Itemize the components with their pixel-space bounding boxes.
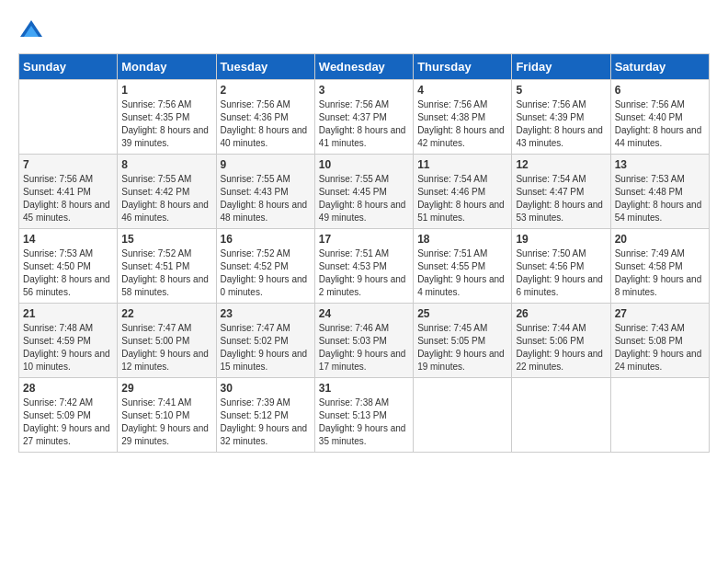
day-number: 6 [615,84,705,97]
day-number: 14 [23,233,113,246]
day-info: Sunrise: 7:55 AMSunset: 4:42 PMDaylight:… [121,173,211,224]
day-number: 23 [221,307,311,320]
calendar-header: SundayMondayTuesdayWednesdayThursdayFrid… [19,54,710,80]
day-cell: 27Sunrise: 7:43 AMSunset: 5:08 PMDayligh… [610,304,709,378]
day-number: 18 [417,233,507,246]
day-info: Sunrise: 7:53 AMSunset: 4:50 PMDaylight:… [23,247,113,299]
day-cell: 8Sunrise: 7:55 AMSunset: 4:42 PMDaylight… [118,155,216,229]
day-cell: 11Sunrise: 7:54 AMSunset: 4:46 PMDayligh… [414,155,512,229]
day-info: Sunrise: 7:56 AMSunset: 4:37 PMDaylight:… [319,98,409,150]
header-day-friday: Friday [512,54,610,80]
day-cell: 19Sunrise: 7:50 AMSunset: 4:56 PMDayligh… [512,229,610,304]
day-cell: 29Sunrise: 7:41 AMSunset: 5:10 PMDayligh… [118,378,216,453]
day-info: Sunrise: 7:38 AMSunset: 5:13 PMDaylight:… [319,396,409,448]
day-number: 28 [23,382,113,395]
calendar-table: SundayMondayTuesdayWednesdayThursdayFrid… [18,53,710,453]
day-info: Sunrise: 7:52 AMSunset: 4:52 PMDaylight:… [221,247,311,299]
day-cell: 16Sunrise: 7:52 AMSunset: 4:52 PMDayligh… [216,229,314,304]
day-cell: 18Sunrise: 7:51 AMSunset: 4:55 PMDayligh… [414,229,512,304]
day-number: 7 [23,158,113,171]
day-number: 22 [121,307,211,320]
day-info: Sunrise: 7:43 AMSunset: 5:08 PMDaylight:… [615,322,705,373]
day-info: Sunrise: 7:47 AMSunset: 5:02 PMDaylight:… [221,322,311,373]
day-cell: 22Sunrise: 7:47 AMSunset: 5:00 PMDayligh… [118,304,216,378]
day-number: 12 [516,158,606,171]
day-cell: 10Sunrise: 7:55 AMSunset: 4:45 PMDayligh… [314,155,413,229]
day-cell: 23Sunrise: 7:47 AMSunset: 5:02 PMDayligh… [216,304,314,378]
day-info: Sunrise: 7:47 AMSunset: 5:00 PMDaylight:… [121,322,211,373]
day-info: Sunrise: 7:52 AMSunset: 4:51 PMDaylight:… [121,247,211,299]
day-number: 9 [221,158,311,171]
day-cell: 4Sunrise: 7:56 AMSunset: 4:38 PMDaylight… [414,80,512,155]
day-info: Sunrise: 7:46 AMSunset: 5:03 PMDaylight:… [319,322,409,373]
day-info: Sunrise: 7:56 AMSunset: 4:38 PMDaylight:… [417,98,507,150]
day-number: 5 [516,84,606,97]
day-info: Sunrise: 7:54 AMSunset: 4:46 PMDaylight:… [417,173,507,224]
header-day-thursday: Thursday [414,54,512,80]
day-number: 21 [23,307,113,320]
header-day-tuesday: Tuesday [216,54,314,80]
logo-icon [18,18,44,44]
day-info: Sunrise: 7:51 AMSunset: 4:53 PMDaylight:… [319,247,409,299]
day-info: Sunrise: 7:44 AMSunset: 5:06 PMDaylight:… [516,322,606,373]
day-number: 8 [121,158,211,171]
day-cell [414,378,512,453]
day-cell [610,378,709,453]
day-cell: 24Sunrise: 7:46 AMSunset: 5:03 PMDayligh… [314,304,413,378]
day-info: Sunrise: 7:50 AMSunset: 4:56 PMDaylight:… [516,247,606,299]
day-info: Sunrise: 7:56 AMSunset: 4:40 PMDaylight:… [615,98,705,150]
day-number: 17 [319,233,409,246]
day-info: Sunrise: 7:56 AMSunset: 4:36 PMDaylight:… [221,98,311,150]
day-cell: 30Sunrise: 7:39 AMSunset: 5:12 PMDayligh… [216,378,314,453]
day-cell: 9Sunrise: 7:55 AMSunset: 4:43 PMDaylight… [216,155,314,229]
day-cell: 15Sunrise: 7:52 AMSunset: 4:51 PMDayligh… [118,229,216,304]
day-cell: 1Sunrise: 7:56 AMSunset: 4:35 PMDaylight… [118,80,216,155]
header-day-saturday: Saturday [610,54,709,80]
day-cell: 5Sunrise: 7:56 AMSunset: 4:39 PMDaylight… [512,80,610,155]
week-row-1: 1Sunrise: 7:56 AMSunset: 4:35 PMDaylight… [19,80,710,155]
day-number: 10 [319,158,409,171]
day-number: 3 [319,84,409,97]
day-number: 11 [417,158,507,171]
day-info: Sunrise: 7:56 AMSunset: 4:39 PMDaylight:… [516,98,606,150]
day-info: Sunrise: 7:48 AMSunset: 4:59 PMDaylight:… [23,322,113,373]
day-number: 20 [615,233,705,246]
day-number: 2 [221,84,311,97]
week-row-5: 28Sunrise: 7:42 AMSunset: 5:09 PMDayligh… [19,378,710,453]
day-cell: 20Sunrise: 7:49 AMSunset: 4:58 PMDayligh… [610,229,709,304]
header-day-sunday: Sunday [19,54,118,80]
day-info: Sunrise: 7:56 AMSunset: 4:35 PMDaylight:… [121,98,211,150]
day-info: Sunrise: 7:39 AMSunset: 5:12 PMDaylight:… [221,396,311,448]
week-row-2: 7Sunrise: 7:56 AMSunset: 4:41 PMDaylight… [19,155,710,229]
day-number: 27 [615,307,705,320]
day-info: Sunrise: 7:55 AMSunset: 4:43 PMDaylight:… [221,173,311,224]
day-cell [19,80,118,155]
day-number: 19 [516,233,606,246]
day-number: 15 [121,233,211,246]
day-info: Sunrise: 7:41 AMSunset: 5:10 PMDaylight:… [121,396,211,448]
day-info: Sunrise: 7:54 AMSunset: 4:47 PMDaylight:… [516,173,606,224]
header-day-monday: Monday [118,54,216,80]
week-row-4: 21Sunrise: 7:48 AMSunset: 4:59 PMDayligh… [19,304,710,378]
day-cell: 25Sunrise: 7:45 AMSunset: 5:05 PMDayligh… [414,304,512,378]
calendar-body: 1Sunrise: 7:56 AMSunset: 4:35 PMDaylight… [19,80,710,453]
day-info: Sunrise: 7:49 AMSunset: 4:58 PMDaylight:… [615,247,705,299]
day-cell: 2Sunrise: 7:56 AMSunset: 4:36 PMDaylight… [216,80,314,155]
day-cell: 12Sunrise: 7:54 AMSunset: 4:47 PMDayligh… [512,155,610,229]
day-number: 24 [319,307,409,320]
day-info: Sunrise: 7:51 AMSunset: 4:55 PMDaylight:… [417,247,507,299]
day-number: 1 [121,84,211,97]
day-number: 31 [319,382,409,395]
day-number: 30 [221,382,311,395]
day-info: Sunrise: 7:42 AMSunset: 5:09 PMDaylight:… [23,396,113,448]
day-info: Sunrise: 7:55 AMSunset: 4:45 PMDaylight:… [319,173,409,224]
day-number: 16 [221,233,311,246]
day-cell: 31Sunrise: 7:38 AMSunset: 5:13 PMDayligh… [314,378,413,453]
day-number: 29 [121,382,211,395]
day-cell: 7Sunrise: 7:56 AMSunset: 4:41 PMDaylight… [19,155,118,229]
day-number: 13 [615,158,705,171]
header-day-wednesday: Wednesday [314,54,413,80]
day-cell [512,378,610,453]
week-row-3: 14Sunrise: 7:53 AMSunset: 4:50 PMDayligh… [19,229,710,304]
day-cell: 17Sunrise: 7:51 AMSunset: 4:53 PMDayligh… [314,229,413,304]
